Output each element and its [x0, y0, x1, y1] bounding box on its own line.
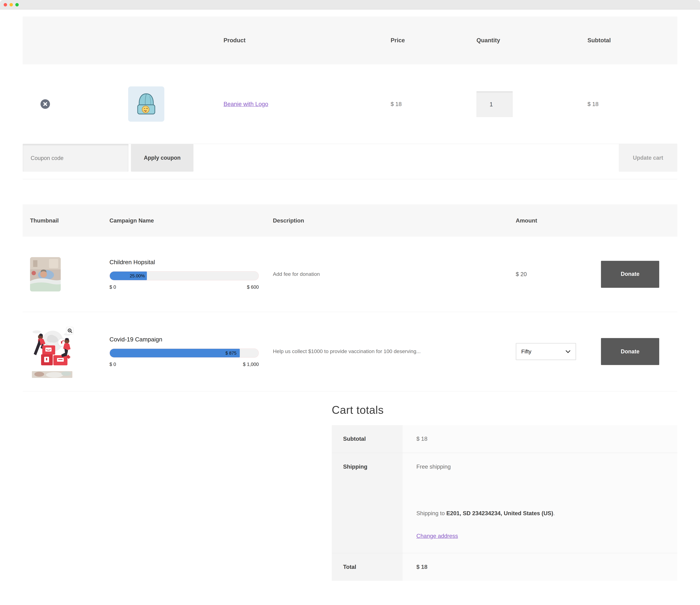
- campaign-name: Children Hopsital: [109, 259, 273, 266]
- campaign-progress-fill: $ 875: [110, 349, 240, 357]
- campaign-name: Covid-19 Campaign: [109, 336, 273, 343]
- column-header-quantity: Quantity: [476, 37, 569, 44]
- cart-item-row: Beanie with Logo $ 18 $ 18: [23, 64, 677, 144]
- campaign-row-children-hospital: Children Hopsital 25.00% $ 0 $ 600 Add f…: [23, 237, 677, 312]
- subtotal-label: Subtotal: [332, 425, 403, 453]
- column-header-thumbnail: Thumbnail: [23, 217, 109, 224]
- shipping-destination: Shipping to E201, SD 234234234, United S…: [416, 510, 674, 517]
- window-minimize-button[interactable]: [9, 3, 13, 6]
- quantity-input[interactable]: [476, 91, 512, 117]
- campaign-progress-bar: $ 875: [109, 348, 259, 358]
- cart-totals-table: Subtotal $ 18 Shipping Free shipping Shi…: [332, 425, 677, 581]
- campaign-description: Add fee for donation: [273, 271, 516, 277]
- campaign-amount: $ 20: [516, 271, 601, 278]
- shipping-details: Free shipping Shipping to E201, SD 23423…: [403, 453, 677, 553]
- column-header-price: Price: [391, 37, 476, 44]
- apply-coupon-button[interactable]: Apply coupon: [131, 144, 194, 172]
- campaign-raised-min: $ 0: [109, 284, 116, 290]
- cart-actions-row: Apply coupon Update cart: [23, 144, 677, 179]
- donation-amount-select[interactable]: Fifty: [516, 343, 576, 360]
- item-subtotal: $ 18: [569, 101, 677, 107]
- remove-item-button[interactable]: [41, 99, 50, 109]
- change-address-link[interactable]: Change address: [416, 533, 458, 540]
- campaign-description: Help us collect $1000 to provide vaccina…: [273, 348, 516, 354]
- campaign-thumbnail-children-hospital: [30, 257, 61, 291]
- column-header-subtotal: Subtotal: [569, 37, 677, 44]
- campaign-raised-min: $ 0: [109, 362, 116, 367]
- chevron-down-icon: [566, 350, 571, 353]
- cart-totals-title: Cart totals: [332, 404, 677, 417]
- window-zoom-button[interactable]: [15, 3, 19, 6]
- shipping-label: Shipping: [332, 453, 403, 553]
- donate-button-children-hospital[interactable]: Donate: [601, 261, 659, 288]
- product-thumbnail-beanie[interactable]: [128, 86, 164, 122]
- cart-table-header: Product Price Quantity Subtotal: [23, 17, 677, 64]
- cart-totals-section: Cart totals Subtotal $ 18 Shipping Free …: [23, 404, 677, 590]
- close-icon: [43, 102, 48, 106]
- cart-page: Product Price Quantity Subtotal: [0, 9, 700, 590]
- shipping-method: Free shipping: [416, 464, 674, 470]
- total-value: $ 18: [403, 553, 677, 581]
- campaign-goal: $ 1,000: [243, 362, 259, 367]
- window-close-button[interactable]: [4, 3, 7, 6]
- column-header-amount: Amount: [516, 217, 601, 224]
- coupon-code-input[interactable]: [23, 144, 128, 172]
- campaign-goal: $ 600: [247, 284, 259, 290]
- item-price: $ 18: [391, 101, 476, 107]
- column-header-description: Description: [273, 217, 516, 224]
- campaign-row-covid-19: Covid-19 Campaign $ 875 $ 0 $ 1,000 Help…: [23, 312, 677, 391]
- donation-campaigns-table: Thumbnail Campaign Name Description Amou…: [23, 205, 677, 391]
- product-name-link[interactable]: Beanie with Logo: [224, 101, 268, 107]
- campaigns-table-header: Thumbnail Campaign Name Description Amou…: [23, 205, 677, 237]
- cart-table: Product Price Quantity Subtotal: [23, 17, 677, 179]
- shipping-address: E201, SD 234234234, United States (US): [446, 510, 553, 517]
- window-titlebar: [0, 0, 700, 9]
- update-cart-button[interactable]: Update cart: [619, 144, 677, 172]
- browser-window: Product Price Quantity Subtotal: [0, 0, 700, 605]
- donation-amount-selected-value: Fifty: [521, 348, 531, 355]
- campaign-progress-fill: 25.00%: [110, 271, 147, 280]
- donate-button-covid-19[interactable]: Donate: [601, 338, 659, 365]
- column-header-campaign-name: Campaign Name: [109, 217, 273, 224]
- campaign-thumbnail-covid-19: [30, 325, 75, 378]
- campaign-progress-bar: 25.00%: [109, 271, 259, 280]
- column-header-product: Product: [224, 37, 391, 44]
- subtotal-value: $ 18: [403, 425, 677, 453]
- total-label: Total: [332, 553, 403, 581]
